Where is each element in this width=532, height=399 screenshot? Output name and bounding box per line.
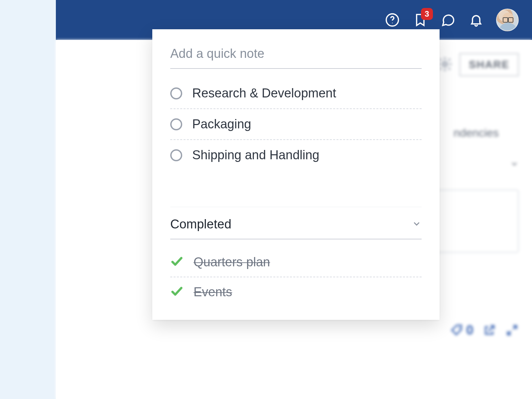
todo-item[interactable]: Research & Development: [170, 78, 422, 109]
completed-item[interactable]: Events: [170, 277, 422, 307]
notes-dropdown: Research & Development Packaging Shippin…: [152, 29, 440, 320]
metric-row: 0: [450, 323, 519, 337]
svg-point-3: [458, 327, 460, 329]
todo-item[interactable]: Shipping and Handling: [170, 140, 422, 170]
svg-point-1: [392, 23, 393, 23]
quick-note-input[interactable]: [170, 44, 422, 69]
todo-label: Shipping and Handling: [192, 148, 319, 162]
share-button[interactable]: SHARE: [460, 53, 519, 76]
todo-label: Research & Development: [192, 86, 336, 100]
bell-icon[interactable]: [468, 12, 484, 28]
todo-item[interactable]: Packaging: [170, 109, 422, 140]
svg-point-2: [443, 62, 447, 66]
radio-unchecked-icon[interactable]: [170, 87, 182, 99]
completed-item[interactable]: Quarters plan: [170, 247, 422, 277]
section-title: Completed: [170, 217, 231, 231]
help-icon[interactable]: [384, 12, 400, 28]
external-link-icon[interactable]: [483, 324, 496, 337]
bookmark-icon[interactable]: 3: [412, 12, 428, 28]
todo-list: Research & Development Packaging Shippin…: [170, 78, 422, 170]
tab-dependencies-fragment: ndencies: [454, 126, 499, 139]
radio-unchecked-icon[interactable]: [170, 118, 182, 130]
metric-value: 0: [466, 323, 473, 337]
left-accent-band: [0, 0, 56, 399]
chat-icon[interactable]: [440, 12, 456, 28]
check-icon: [170, 255, 184, 269]
radio-unchecked-icon[interactable]: [170, 149, 182, 161]
chevron-down-icon: [412, 219, 422, 230]
completed-label: Events: [194, 285, 232, 299]
mid-column: [56, 40, 152, 399]
tag-icon: [450, 324, 464, 337]
user-avatar[interactable]: [496, 9, 519, 31]
completed-label: Quarters plan: [194, 255, 270, 269]
notification-badge: 3: [421, 8, 433, 20]
completed-section-header[interactable]: Completed: [170, 207, 422, 239]
check-icon: [170, 285, 184, 299]
completed-list: Quarters plan Events: [170, 247, 422, 307]
todo-label: Packaging: [192, 117, 251, 131]
expand-icon[interactable]: [505, 324, 519, 337]
side-card: [432, 190, 519, 253]
chevron-down-icon[interactable]: [510, 160, 519, 170]
